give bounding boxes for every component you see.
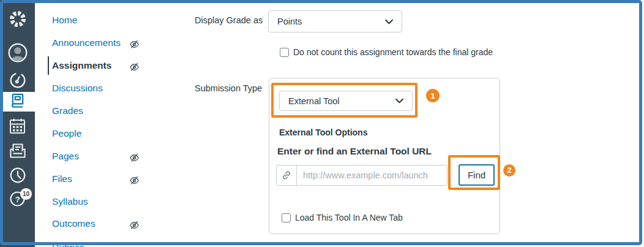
hidden-eye-icon [129, 175, 140, 186]
calendar-nav-button[interactable] [0, 118, 35, 136]
course-nav-home[interactable]: Home [52, 15, 77, 26]
course-nav-outcomes[interactable]: Outcomes [52, 218, 95, 229]
dashboard-nav-button[interactable] [0, 72, 35, 90]
course-nav-syllabus[interactable]: Syllabus [52, 196, 88, 207]
final-grade-checkbox[interactable] [280, 48, 289, 57]
canvas-logo[interactable] [0, 10, 35, 29]
account-icon [7, 42, 28, 65]
courses-icon [10, 93, 26, 111]
active-item-indicator [48, 56, 49, 75]
course-nav-grades[interactable]: Grades [52, 105, 83, 116]
submission-type-panel: External Tool External Tool Options Ente… [269, 78, 500, 234]
submission-type-selected-value: External Tool [288, 96, 340, 106]
help-count-badge: 10 [20, 188, 32, 200]
account-nav-button[interactable] [0, 42, 35, 64]
course-nav-people[interactable]: People [52, 128, 81, 139]
hidden-eye-icon [129, 220, 140, 230]
course-nav-announcements[interactable]: Announcements [52, 37, 121, 48]
new-tab-checkbox[interactable] [282, 213, 291, 222]
submission-type-label: Submission Type [195, 83, 262, 93]
canvas-assignment-settings-screen: ? 10 Home Announcements Assignments Disc… [0, 0, 644, 247]
global-nav-sidebar: ? 10 [0, 0, 35, 247]
external-tool-url-heading: Enter or find an External Tool URL [277, 146, 432, 157]
annotation-badge-step2: 2 [503, 164, 515, 177]
display-grade-label: Display Grade as [195, 15, 263, 25]
dashboard-icon [9, 71, 27, 91]
submission-type-select[interactable]: External Tool [279, 91, 413, 111]
inbox-nav-button[interactable] [0, 142, 35, 161]
courses-nav-button-active[interactable] [0, 92, 35, 112]
history-clock-icon [9, 166, 27, 186]
canvas-logo-icon [9, 10, 27, 30]
link-icon [277, 165, 297, 185]
final-grade-checkbox-label: Do not count this assignment towards the… [293, 47, 493, 57]
course-nav-rubrics-clipped[interactable]: Rubrics [52, 242, 84, 247]
chevron-down-icon [385, 19, 393, 25]
hidden-eye-icon [129, 62, 140, 72]
course-nav-pages[interactable]: Pages [52, 151, 79, 162]
external-tool-url-input[interactable] [297, 165, 447, 185]
display-grade-selected-value: Points [277, 17, 302, 26]
chevron-down-icon [395, 98, 403, 104]
new-tab-checkbox-label: Load This Tool In A New Tab [295, 213, 403, 222]
inbox-icon [9, 142, 27, 162]
svg-text:?: ? [15, 194, 20, 203]
hidden-eye-icon [129, 153, 140, 163]
calendar-icon [9, 117, 26, 137]
display-grade-select[interactable]: Points [268, 10, 402, 32]
external-tool-options-heading: External Tool Options [279, 127, 367, 137]
external-tool-url-group [276, 165, 447, 186]
final-grade-checkbox-row: Do not count this assignment towards the… [280, 47, 493, 57]
history-nav-button[interactable] [0, 167, 35, 186]
hidden-eye-icon [129, 39, 140, 50]
annotation-badge-step1: 1 [426, 89, 440, 102]
find-button[interactable]: Find [459, 164, 495, 186]
course-nav-files[interactable]: Files [52, 173, 72, 184]
course-nav-assignments[interactable]: Assignments [52, 60, 111, 71]
course-nav-discussions[interactable]: Discussions [52, 83, 103, 94]
new-tab-checkbox-row: Load This Tool In A New Tab [282, 213, 403, 222]
